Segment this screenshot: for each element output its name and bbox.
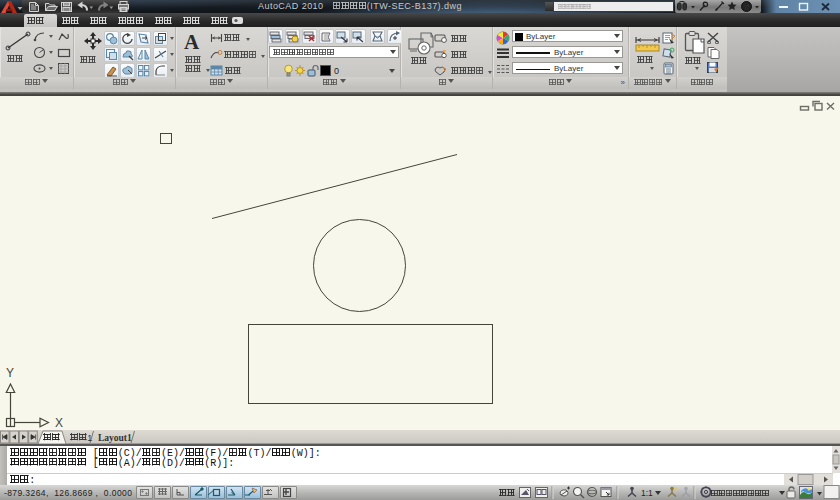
svg-text:X: X	[55, 416, 63, 430]
svg-text:?: ?	[744, 2, 748, 12]
svg-text:Y: Y	[6, 366, 14, 380]
svg-text:1:1: 1:1	[641, 488, 653, 498]
